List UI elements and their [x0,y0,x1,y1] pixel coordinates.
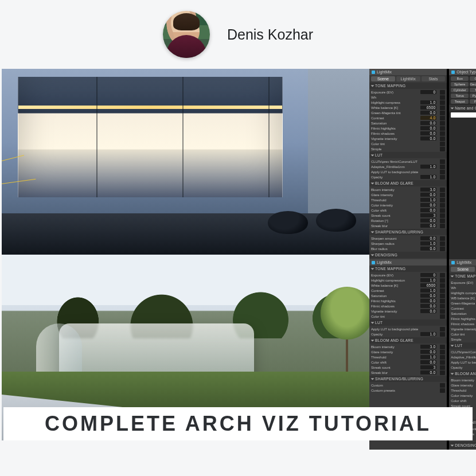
param-row[interactable]: Sharpen radius 1.0 [371,241,445,246]
param-toggle[interactable] [440,198,445,202]
param-toggle[interactable] [440,95,445,100]
param-row[interactable]: Color tint [451,331,476,337]
thumbnail[interactable]: LightMixSceneLightMixStatsTONE MAPPING E… [2,69,474,440]
param-toggle[interactable] [440,100,445,105]
param-value[interactable]: 0.0 [420,126,436,130]
param-value[interactable]: 1.0 [420,332,436,336]
object-type-chip[interactable]: Tube [470,88,476,92]
param-row[interactable]: Color intensity 0.0 [371,202,445,208]
section-header[interactable]: LUT [369,319,447,326]
param-value[interactable]: 0.0 [420,309,436,313]
param-row[interactable]: Streak blur 0.0 [371,370,445,375]
param-toggle[interactable] [440,304,445,309]
param-row[interactable]: Streak count 3 [371,365,445,370]
panel-tab[interactable]: Stats [422,76,446,81]
param-row[interactable]: Color shift 0.0 [451,398,476,403]
param-row[interactable]: Vignette intensity 0.0 [371,309,445,314]
param-value[interactable]: 0.0 [420,219,436,223]
param-row[interactable]: Opacity 1.0 [451,365,476,370]
param-row[interactable]: Wh [371,95,445,100]
param-row[interactable]: Adaptive_Filmlike1nm 1.0 [371,164,445,169]
param-toggle[interactable] [440,90,445,95]
section-header[interactable]: TONE MAPPING [369,83,447,89]
param-value[interactable]: 0.0 [420,193,436,197]
param-row[interactable]: Blur radius 0.0 [371,246,445,251]
section-header[interactable]: Name and Color [449,105,476,111]
section-header[interactable]: LUT [449,342,476,349]
param-row[interactable]: Highlight compress 1.0 [371,100,445,105]
param-toggle[interactable] [440,241,445,246]
param-toggle[interactable] [440,213,445,218]
panel-header[interactable]: LightMix [369,259,447,266]
param-toggle[interactable] [440,360,445,365]
param-row[interactable]: Color shift 0.0 [371,360,445,365]
param-row[interactable]: Streak count 3 [371,213,445,218]
object-type-chip[interactable]: Teapot [451,99,469,104]
param-row[interactable]: Color tint [371,314,445,319]
param-row[interactable]: Exposure (EV) 0 [451,280,476,285]
param-toggle[interactable] [440,193,445,197]
param-toggle[interactable] [440,365,445,370]
param-value[interactable]: 6500 [420,283,436,287]
param-toggle[interactable] [440,175,445,180]
param-row[interactable]: Contrast 1.0 [371,288,445,293]
param-toggle[interactable] [440,131,445,136]
section-header[interactable]: SHARPENING/BLURRING [369,229,447,235]
param-value[interactable]: 3 [420,365,436,369]
param-toggle[interactable] [440,106,445,110]
param-toggle[interactable] [440,136,445,141]
param-toggle[interactable] [440,355,445,360]
param-value[interactable]: 1.0 [420,175,436,179]
param-row[interactable]: Color shift 0.0 [371,208,445,213]
param-row[interactable]: Wh [451,285,476,290]
param-value[interactable]: 0.0 [420,203,436,207]
param-row[interactable]: Apply LUT to background plate [451,360,476,365]
param-row[interactable]: Apply LUT to background plate [371,169,445,174]
section-header[interactable]: DENOISING [449,442,476,448]
param-value[interactable]: 1.0 [420,241,436,245]
param-value[interactable]: 0.0 [420,247,436,251]
panel-tab[interactable]: LightMix [396,76,420,81]
param-row[interactable]: Bloom intensity 3.0 [371,187,445,192]
param-value[interactable]: 3 [420,213,436,217]
param-row[interactable]: Highlight compression 1.0 [371,278,445,283]
param-toggle[interactable] [440,170,445,174]
param-toggle[interactable] [440,370,445,375]
param-row[interactable]: Simple [371,146,445,151]
panel-tab[interactable]: Scene [371,76,395,81]
panel-header[interactable]: LightMix [449,259,476,266]
param-row[interactable]: Glare intensity 0.0 [371,349,445,354]
param-row[interactable]: Apply LUT to background plate [371,326,445,331]
param-row[interactable]: WB balance [K] 6500 [451,295,476,301]
section-header[interactable]: BLOOM AND GLARE [369,180,447,186]
color-swatch[interactable] [451,112,476,118]
param-toggle[interactable] [440,288,445,293]
param-toggle[interactable] [440,111,445,115]
section-header[interactable]: DENOISING [369,252,447,258]
param-toggle[interactable] [440,219,445,223]
param-row[interactable]: Contrast 4.0 [451,306,476,311]
section-header[interactable]: TONE MAPPING [369,266,447,272]
param-toggle[interactable] [440,159,445,164]
param-row[interactable]: Glare intensity 0.0 [371,192,445,197]
panel-header[interactable]: Object Type [449,69,476,75]
param-value[interactable]: 0.0 [420,294,436,298]
param-row[interactable]: Streak blur 0.0 [371,223,445,228]
param-row[interactable]: Filmic shadows 0.0 [371,131,445,136]
param-value[interactable]: 3.0 [420,188,436,192]
param-row[interactable]: Rotation [°] 0.0 [371,218,445,223]
param-value[interactable]: 0 [420,273,436,277]
param-row[interactable]: Bloom intensity 3.0 [371,344,445,349]
param-row[interactable]: Threshold 1.0 [371,197,445,202]
param-value[interactable]: 1.0 [420,100,436,104]
section-header[interactable]: BLOOM AND GLARE [369,337,447,344]
param-value[interactable]: 0 [420,90,436,94]
param-row[interactable]: Filmic highlights 0.0 [371,126,445,131]
param-toggle[interactable] [440,126,445,131]
param-row[interactable]: Saturation 0.0 [451,311,476,316]
section-header[interactable]: BLOOM AND GLARE [449,370,476,377]
param-toggle[interactable] [440,350,445,354]
param-value[interactable]: 6500 [420,106,436,110]
param-row[interactable]: Contrast 4.0 [371,115,445,120]
param-row[interactable]: Filmic shadows 0.0 [371,303,445,309]
